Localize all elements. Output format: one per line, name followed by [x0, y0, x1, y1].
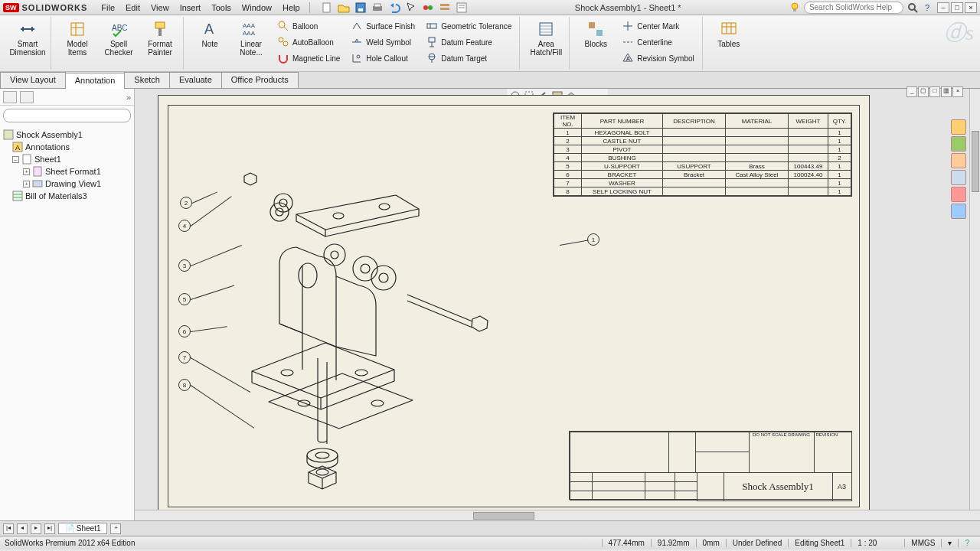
bom-row[interactable]: 8SELF LOCKING NUT1	[554, 187, 851, 196]
close-button[interactable]: ×	[965, 2, 977, 13]
revision-symbol-button[interactable]: ARevision Symbol	[619, 51, 697, 66]
menu-help[interactable]: Help	[278, 2, 305, 14]
center-mark-button[interactable]: Center Mark	[619, 18, 697, 34]
status-scale[interactable]: 1 : 20	[851, 539, 883, 547]
balloon-button[interactable]: Balloon	[274, 18, 343, 34]
tree-sheet-format[interactable]: + Sheet Format1	[2, 165, 132, 178]
open-icon[interactable]	[338, 2, 350, 14]
tab-annotation[interactable]: Annotation	[65, 73, 126, 89]
tab-evaluate[interactable]: Evaluate	[169, 72, 222, 88]
vp-min-icon[interactable]: _	[906, 86, 917, 97]
minimize-button[interactable]: –	[937, 2, 949, 13]
twist-icon[interactable]: –	[12, 156, 19, 163]
save-icon[interactable]	[354, 2, 367, 14]
tab-sketch[interactable]: Sketch	[124, 72, 170, 88]
sheet-tab[interactable]: 📄 Sheet1	[58, 523, 107, 534]
bom-row[interactable]: 6BRACKETBracketCast Alloy Steel100024.40…	[554, 171, 851, 179]
menu-view[interactable]: View	[146, 2, 174, 14]
vp-max-icon[interactable]: □	[929, 86, 940, 97]
magnetic-line-button[interactable]: Magnetic Line	[274, 51, 343, 66]
tree-filter-input[interactable]	[3, 109, 131, 122]
status-dropdown-icon[interactable]: ▾	[941, 539, 958, 547]
sheet-last-button[interactable]: ▸|	[44, 523, 55, 534]
taskpane-view-palette-icon[interactable]	[951, 170, 966, 185]
centerline-button[interactable]: Centerline	[619, 34, 697, 50]
svg-rect-37	[589, 22, 595, 28]
tree-annotations[interactable]: A Annotations	[2, 141, 132, 153]
taskpane-home-icon[interactable]	[951, 119, 966, 135]
format-painter-button[interactable]: Format Painter	[142, 18, 178, 57]
datum-target-button[interactable]: Datum Target	[423, 51, 514, 66]
geometric-tolerance-button[interactable]: Geometric Tolerance	[423, 18, 514, 34]
hole-callout-button[interactable]: Hole Callout	[348, 51, 418, 66]
add-sheet-button[interactable]: +	[110, 523, 121, 534]
bom-row[interactable]: 7WASHER1	[554, 179, 851, 187]
tree-root[interactable]: Shock Assembly1	[2, 129, 132, 141]
bom-row[interactable]: 2CASTLE NUT1	[554, 137, 851, 145]
tab-office-products[interactable]: Office Products	[221, 72, 299, 88]
blocks-button[interactable]: Blocks	[577, 18, 614, 48]
menu-insert[interactable]: Insert	[175, 2, 206, 14]
tab-view-layout[interactable]: View Layout	[0, 72, 66, 88]
menu-tools[interactable]: Tools	[207, 2, 236, 14]
twist-icon[interactable]: +	[23, 168, 30, 175]
vertical-scrollbar[interactable]	[969, 89, 980, 510]
sheet-first-button[interactable]: |◂	[3, 523, 14, 534]
print-icon[interactable]	[371, 2, 384, 14]
drawing-sheet[interactable]: ITEM NO.PART NUMBERDESCRIPTIONMATERIALWE…	[158, 95, 870, 517]
surface-finish-button[interactable]: Surface Finish	[348, 18, 418, 34]
select-icon[interactable]	[405, 2, 417, 14]
exploded-view-drawing[interactable]	[189, 142, 557, 501]
bom-table[interactable]: ITEM NO.PART NUMBERDESCRIPTIONMATERIALWE…	[553, 112, 852, 197]
linear-note-button[interactable]: AAAAAALinear Note...	[233, 18, 270, 57]
menu-edit[interactable]: Edit	[121, 2, 145, 14]
vp-split-icon[interactable]: ▥	[941, 86, 952, 97]
bom-row[interactable]: 3PIVOT1	[554, 145, 851, 154]
fm-tab-2[interactable]	[20, 91, 34, 103]
menu-file[interactable]: File	[96, 2, 119, 14]
autoballoon-button[interactable]: AutoBalloon	[274, 34, 343, 50]
note-button[interactable]: ANote	[191, 18, 228, 48]
sheet-prev-button[interactable]: ◂	[17, 523, 28, 534]
help-lightbulb-icon[interactable]	[789, 2, 801, 14]
undo-icon[interactable]	[388, 2, 400, 14]
search-icon[interactable]	[906, 2, 919, 14]
twist-icon[interactable]: +	[23, 181, 30, 187]
svg-text:A: A	[204, 21, 214, 37]
taskpane-custom-icon[interactable]	[951, 204, 966, 219]
sheet-next-button[interactable]: ▸	[31, 523, 41, 534]
vp-tile-icon[interactable]: ▢	[918, 86, 929, 97]
status-help-icon[interactable]: ?	[958, 539, 975, 547]
rebuild-icon[interactable]	[422, 2, 434, 14]
tree-sheet1[interactable]: – Sheet1	[2, 153, 132, 165]
title-block[interactable]: DO NOT SCALE DRAWING REVISION Shock Asse…	[569, 431, 852, 500]
graphics-area[interactable]: _ ▢ □ ▥ × ITEM NO.PART NUMBERDESCRIPTION…	[135, 89, 980, 520]
taskpane-appearances-icon[interactable]	[951, 187, 966, 202]
balloon-1[interactable]: 1	[587, 233, 599, 246]
collapse-panel-button[interactable]: »	[126, 93, 131, 102]
properties-icon[interactable]	[456, 2, 468, 14]
taskpane-file-explorer-icon[interactable]	[951, 153, 966, 168]
model-items-button[interactable]: Model Items	[59, 18, 96, 57]
tree-drawing-view[interactable]: + Drawing View1	[2, 178, 132, 190]
bom-row[interactable]: 5U-SUPPORTUSUPPORTBrass100443.491	[554, 162, 851, 171]
options-icon[interactable]	[439, 2, 451, 14]
bom-row[interactable]: 1HEXAGONAL BOLT1	[554, 129, 851, 137]
tree-bom[interactable]: Bill of Materials3	[2, 190, 132, 202]
spell-checker-button[interactable]: ABCSpell Checker	[100, 18, 137, 57]
search-input[interactable]	[804, 2, 903, 14]
help-button[interactable]: ?	[922, 3, 933, 12]
menu-window[interactable]: Window	[237, 2, 276, 14]
smart-dimension-button[interactable]: Smart Dimension	[9, 18, 46, 57]
horizontal-scrollbar[interactable]	[135, 510, 980, 520]
tables-button[interactable]: Tables	[710, 18, 747, 48]
datum-feature-button[interactable]: Datum Feature	[423, 34, 514, 50]
bom-row[interactable]: 4BUSHING2	[554, 154, 851, 162]
new-icon[interactable]	[321, 2, 333, 14]
fm-tab-1[interactable]	[3, 91, 17, 103]
weld-symbol-button[interactable]: Weld Symbol	[348, 34, 418, 50]
taskpane-design-library-icon[interactable]	[951, 136, 966, 152]
status-units[interactable]: MMGS	[904, 539, 941, 547]
maximize-button[interactable]: □	[951, 2, 963, 13]
area-hatch-button[interactable]: Area Hatch/Fill	[528, 18, 564, 57]
